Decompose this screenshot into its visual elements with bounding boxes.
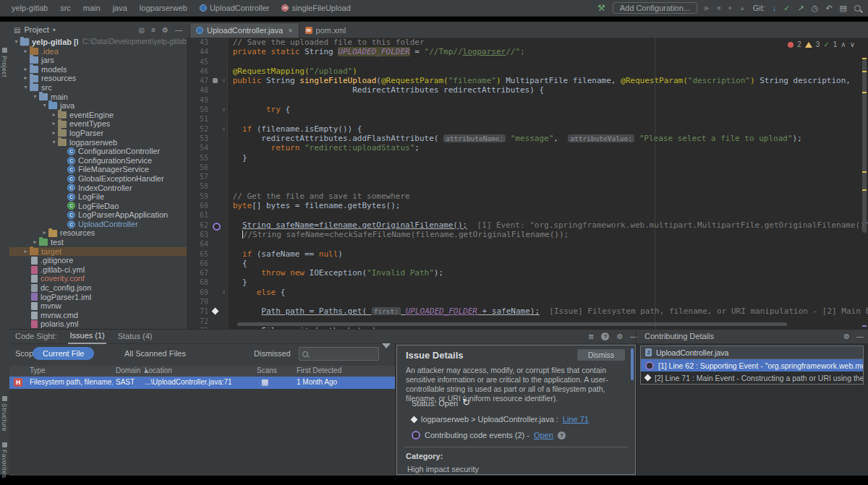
tree-item[interactable]: ConfigurationController <box>9 147 187 156</box>
tree-item[interactable]: ▾java <box>9 101 187 111</box>
contributing-event-row[interactable]: [2] Line 71 : Main Event - Constructing … <box>641 372 863 384</box>
tree-arrow-icon[interactable]: ▸ <box>22 247 30 257</box>
tree-item[interactable]: dc_config.json <box>9 283 187 293</box>
tree-arrow-icon[interactable]: ▸ <box>22 74 30 83</box>
fold-marker[interactable]: ∨ <box>220 288 228 297</box>
tree-item[interactable]: FileManagerService <box>9 165 187 174</box>
tree-item[interactable]: coverity.conf <box>9 274 187 283</box>
tree-item[interactable]: ▾src <box>9 83 187 93</box>
bottom-tab[interactable]: Code Sight: <box>14 330 58 343</box>
issues-table-header[interactable]: TypeDomain ▲LocationScansFirst Detected <box>9 366 395 377</box>
tree-item[interactable]: ▾logparserweb <box>9 138 187 147</box>
column-header[interactable]: Type <box>30 366 46 374</box>
tree-item[interactable]: ▸resources <box>9 228 187 238</box>
tree-arrow-icon[interactable]: ▸ <box>41 228 48 238</box>
tree-item[interactable]: LogFile <box>9 192 187 202</box>
breadcrumb-item[interactable]: src <box>60 4 71 12</box>
fold-marker[interactable]: ∨ <box>220 105 228 114</box>
tree-arrow-icon[interactable]: ▾ <box>12 38 20 47</box>
editor-tab[interactable]: UploadController.java× <box>190 22 299 38</box>
close-icon[interactable]: × <box>288 26 292 35</box>
main-event-marker-icon[interactable] <box>212 308 219 315</box>
git-update-icon[interactable]: ↓ <box>773 4 777 12</box>
chevron-down-icon[interactable]: ▾ <box>53 27 56 33</box>
list-view-icon[interactable]: ≣ <box>588 332 594 340</box>
tree-arrow-icon[interactable]: ▾ <box>22 83 30 93</box>
hide-panel-icon[interactable]: — <box>856 332 864 340</box>
project-panel-title[interactable]: Project <box>24 25 48 34</box>
run-icon[interactable]: ▶ <box>705 4 710 12</box>
tree-item[interactable]: ▸eventEngine <box>9 111 187 120</box>
coverage-icon[interactable]: ● <box>728 4 731 12</box>
locate-file-icon[interactable]: ◎ <box>138 26 145 34</box>
settings-gear-icon[interactable]: ⚙ <box>162 26 169 34</box>
tree-arrow-icon[interactable]: ▾ <box>50 138 58 147</box>
tree-arrow-icon[interactable]: ▾ <box>41 101 48 111</box>
git-push-icon[interactable]: ↗ <box>798 4 804 13</box>
tree-item[interactable]: ▸models <box>9 65 187 74</box>
profiler-icon[interactable]: ▲ <box>739 4 746 12</box>
breadcrumb-item[interactable]: main <box>83 4 101 12</box>
fold-marker[interactable]: ∨ <box>220 124 228 134</box>
open-events-link[interactable]: Open <box>534 431 553 439</box>
breadcrumb-item[interactable]: logparserweb <box>140 4 187 12</box>
search-everywhere-icon[interactable] <box>854 5 861 12</box>
tree-item[interactable]: ConfigurationService <box>9 156 187 166</box>
favorites-tool-button[interactable]: Favorites <box>1 450 8 478</box>
tree-item[interactable]: .gitlab-ci.yml <box>9 265 187 275</box>
tree-item[interactable]: UploadController <box>9 220 187 229</box>
tree-arrow-icon[interactable]: ▸ <box>22 47 30 56</box>
tree-arrow-icon[interactable]: ▸ <box>22 65 30 74</box>
code-view[interactable]: 43 // Save the uploaded file to this fol… <box>187 38 868 329</box>
bookmarks-icon[interactable]: ▤ <box>840 4 847 13</box>
tree-item[interactable]: .gitignore <box>9 256 187 265</box>
column-header[interactable]: Location <box>145 366 172 374</box>
settings-gear-icon[interactable]: ⚙ <box>843 332 850 340</box>
tree-item[interactable]: ▾main <box>9 93 187 102</box>
build-project-icon[interactable]: ⚒ <box>597 3 605 13</box>
tree-item[interactable]: ▸resources <box>9 74 187 83</box>
tree-item[interactable]: ▸eventTypes <box>9 119 187 129</box>
search-input[interactable] <box>299 347 379 361</box>
editor-tab[interactable]: mpom.xml <box>299 23 352 38</box>
debug-icon[interactable]: ■ <box>717 4 720 12</box>
tree-item[interactable]: mvnw.cmd <box>9 311 187 320</box>
tree-item[interactable]: ▸test <box>9 238 187 247</box>
tree-item[interactable]: LogParserAppApplication <box>9 210 187 220</box>
tree-item[interactable]: polaris.yml <box>9 319 187 329</box>
project-tool-icon[interactable] <box>2 48 7 53</box>
help-icon[interactable]: ? <box>558 432 566 439</box>
scrollbar-thumb[interactable] <box>631 348 634 380</box>
tree-arrow-icon[interactable]: ▸ <box>50 111 58 120</box>
scope-button[interactable]: All Scanned Files <box>114 347 196 360</box>
breadcrumb-item[interactable]: yelp-gitlab <box>12 4 48 12</box>
horizontal-scrollbar[interactable] <box>237 322 787 326</box>
scope-button[interactable]: Dismissed <box>244 347 301 360</box>
tree-arrow-icon[interactable]: ▸ <box>31 238 39 247</box>
scope-button[interactable]: Current File <box>33 347 94 360</box>
tree-item[interactable]: ▸logParser <box>9 129 187 138</box>
add-configuration-button[interactable]: Add Configuration... <box>613 2 697 14</box>
hide-panel-icon[interactable]: — <box>175 26 182 34</box>
panel-divider[interactable] <box>395 343 396 476</box>
project-tool-button[interactable]: Project <box>1 56 8 77</box>
tree-item[interactable]: logParser1.iml <box>9 293 187 302</box>
filter-icon[interactable] <box>382 348 392 359</box>
undo-icon[interactable]: ↶ <box>825 4 832 13</box>
error-stripe[interactable] <box>861 38 868 329</box>
collapse-all-icon[interactable]: ≡ <box>151 26 156 34</box>
structure-tool-icon[interactable] <box>2 396 7 401</box>
breadcrumb-item[interactable]: UploadController <box>200 4 270 12</box>
structure-tool-button[interactable]: Structure <box>1 403 8 432</box>
tree-item[interactable]: IndexController <box>9 184 187 193</box>
favorites-tool-icon[interactable] <box>2 442 7 447</box>
bottom-tab[interactable]: Status (4) <box>116 330 154 343</box>
codesight-marker-icon[interactable] <box>213 78 218 83</box>
contributing-event-row[interactable]: [1] Line 62 : Supporting Event - "org.sp… <box>641 359 863 372</box>
refresh-status-icon[interactable]: ↻ <box>462 397 470 408</box>
tree-item[interactable]: GlobalExceptionHandler <box>9 174 187 184</box>
tree-item[interactable]: ▾yelp-gitlab [logParser1]C:\Data\Develop… <box>9 38 187 47</box>
git-commit-icon[interactable]: ✓ <box>783 4 790 13</box>
tree-item[interactable]: jars <box>9 56 187 65</box>
tree-arrow-icon[interactable]: ▾ <box>31 93 39 102</box>
